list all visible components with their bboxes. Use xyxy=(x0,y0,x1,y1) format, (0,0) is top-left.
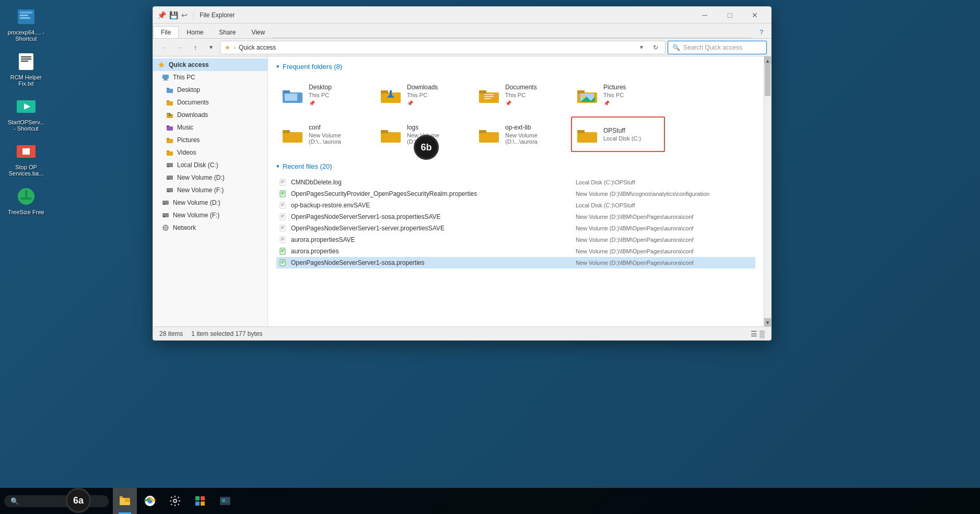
sidebar-item-this-pc[interactable]: This PC xyxy=(153,71,267,84)
folder-pin-pictures: 📌 xyxy=(603,100,626,106)
sidebar-item-pictures[interactable]: Pictures xyxy=(153,134,267,146)
recent-files-header[interactable]: Recent files (20) xyxy=(276,162,755,170)
taskbar-search[interactable]: 🔍 xyxy=(4,495,109,507)
folder-info-pictures: Pictures This PC 📌 xyxy=(603,84,626,106)
search-bar[interactable]: 🔍 Search Quick access xyxy=(668,41,767,54)
scrollbar[interactable]: ▲ ▼ xyxy=(764,56,771,326)
file-icon-log xyxy=(278,178,287,186)
desktop-icon-treesize[interactable]: TreeSize Free xyxy=(5,184,47,217)
folder-item-conf[interactable]: conf New Volume (D:\...\aurora xyxy=(276,116,370,152)
desktop-icon-stopop[interactable]: Stop OPServices.ba... xyxy=(5,139,47,179)
sidebar-item-documents[interactable]: Documents xyxy=(153,96,267,109)
sidebar-item-downloads[interactable]: Downloads xyxy=(153,109,267,121)
frequent-folders-header[interactable]: Frequent folders (8) xyxy=(276,63,755,71)
help-button[interactable]: ? xyxy=(752,26,771,38)
taskbar-chrome-button[interactable] xyxy=(138,488,162,514)
star-icon xyxy=(157,61,166,69)
svg-rect-31 xyxy=(167,151,173,156)
refresh-button[interactable]: ↻ xyxy=(650,42,661,53)
scroll-track[interactable] xyxy=(764,65,771,318)
tab-file[interactable]: File xyxy=(153,26,179,38)
svg-rect-11 xyxy=(22,148,30,155)
address-star-icon: ★ xyxy=(225,44,230,51)
taskbar-file-explorer-button[interactable] xyxy=(113,488,137,514)
content-area[interactable]: Frequent folders (8) Des xyxy=(268,56,764,326)
file-location-6: New Volume (D:)\IBM\OpenPages\aurora\con… xyxy=(576,237,753,243)
file-row-3[interactable]: op-backup-restore.envSAVE Local Disk (C:… xyxy=(276,200,755,211)
tab-share[interactable]: Share xyxy=(211,26,243,38)
svg-rect-7 xyxy=(21,61,28,62)
folder-item-documents[interactable]: Documents This PC 📌 xyxy=(473,77,567,112)
file-row-5[interactable]: OpenPagesNodeServerServer1-server.proper… xyxy=(276,223,755,234)
folder-item-desktop[interactable]: Desktop This PC 📌 xyxy=(276,77,370,112)
desktop-icon-startop[interactable]: StartOPServ...- Shortcut xyxy=(5,94,47,134)
folder-item-pictures[interactable]: Pictures This PC 📌 xyxy=(571,77,665,112)
taskbar-settings-button[interactable] xyxy=(163,488,187,514)
file-icon-save-3 xyxy=(278,201,287,209)
file-name-3: op-backup-restore.envSAVE xyxy=(291,202,571,209)
file-row-8[interactable]: OpenPagesNodeServerServer1-sosa.properti… xyxy=(276,257,755,268)
address-dropdown[interactable]: ▼ xyxy=(639,44,647,50)
up-button[interactable]: ↑ xyxy=(189,41,202,54)
file-location-5: New Volume (D:)\IBM\OpenPages\aurora\con… xyxy=(576,225,753,231)
sidebar-item-new-volume-f[interactable]: New Volume (F:) xyxy=(153,184,267,196)
svg-rect-84 xyxy=(280,214,285,220)
file-row-6[interactable]: aurora.propertiesSAVE New Volume (D:)\IB… xyxy=(276,234,755,246)
back-button[interactable]: ← xyxy=(157,41,171,54)
step-badge-6a: 6a xyxy=(66,488,91,513)
sidebar-downloads-label: Downloads xyxy=(177,111,208,119)
tab-view[interactable]: View xyxy=(243,26,273,38)
folder-item-opstuff[interactable]: OPStuff Local Disk (C:) xyxy=(571,116,665,152)
qat-undo-icon[interactable]: ↩ xyxy=(181,11,188,19)
sidebar-item-new-volume-f2[interactable]: New Volume (F:) xyxy=(153,209,267,221)
qat-save-icon[interactable]: 💾 xyxy=(169,11,178,19)
file-list: CMNDbDelete.log Local Disk (C:)\OPStuff … xyxy=(276,177,755,268)
sidebar-item-network[interactable]: Network xyxy=(153,221,267,234)
tab-home[interactable]: Home xyxy=(179,26,211,38)
desktop-icon-area: procexp64.... - Shortcut RCM HelperFix.t… xyxy=(5,0,47,217)
svg-rect-22 xyxy=(167,100,169,102)
file-row-4[interactable]: OpenPagesNodeServerServer1-sosa.properti… xyxy=(276,211,755,223)
scroll-down-button[interactable]: ▼ xyxy=(764,318,771,326)
forward-button[interactable]: → xyxy=(173,41,186,54)
drive-d-icon xyxy=(166,173,174,182)
folder-path-downloads: This PC xyxy=(407,92,438,98)
sidebar-videos-label: Videos xyxy=(177,149,196,156)
sidebar-item-new-volume-d[interactable]: New Volume (D:) xyxy=(153,171,267,184)
qat-pin-icon[interactable]: 📌 xyxy=(157,11,166,19)
file-icon-save-4 xyxy=(278,213,287,221)
sidebar-item-new-volume-d2[interactable]: New Volume (D:) xyxy=(153,196,267,209)
desktop-icon-procexp[interactable]: procexp64.... - Shortcut xyxy=(5,4,47,44)
svg-rect-21 xyxy=(167,101,173,106)
rcm-icon xyxy=(16,51,37,72)
file-row-2[interactable]: OpenPagesSecurityProvider_OpenPagesSecur… xyxy=(276,188,755,200)
main-area: Quick access This PC xyxy=(153,56,771,326)
close-button[interactable]: ✕ xyxy=(743,7,767,24)
recent-locations-button[interactable]: ▼ xyxy=(204,41,218,54)
svg-rect-56 xyxy=(484,94,494,95)
stopop-label: Stop OPServices.ba... xyxy=(9,164,44,177)
sidebar-item-music[interactable]: Music xyxy=(153,121,267,134)
maximize-button[interactable]: □ xyxy=(718,7,742,24)
address-bar[interactable]: ★ › Quick access ▼ ↻ xyxy=(220,41,666,54)
file-row-1[interactable]: CMNDbDelete.log Local Disk (C:)\OPStuff xyxy=(276,177,755,188)
view-details-button[interactable]: ☰ xyxy=(751,330,757,338)
sidebar-item-quick-access[interactable]: Quick access xyxy=(153,59,267,71)
folder-item-downloads[interactable]: Downloads This PC 📌 xyxy=(375,77,469,112)
scroll-thumb[interactable] xyxy=(765,65,771,96)
taskbar-app-button[interactable] xyxy=(213,488,237,514)
svg-rect-57 xyxy=(484,96,494,97)
desktop-icon-rcm[interactable]: RCM HelperFix.txt xyxy=(5,49,47,89)
folder-item-op-ext-lib[interactable]: op-ext-lib New Volume (D:\...\aurora xyxy=(473,116,567,152)
sidebar-item-desktop[interactable]: Desktop xyxy=(153,84,267,96)
view-large-button[interactable]: ▒ xyxy=(760,330,765,338)
minimize-button[interactable]: ─ xyxy=(693,7,717,24)
file-row-7[interactable]: aurora.properties New Volume (D:)\IBM\Op… xyxy=(276,246,755,257)
folder-name-conf: conf xyxy=(309,124,365,131)
sidebar-item-videos[interactable]: Videos xyxy=(153,146,267,159)
taskbar-registry-button[interactable] xyxy=(188,488,212,514)
scroll-up-button[interactable]: ▲ xyxy=(764,56,771,65)
sidebar-item-local-disk-c[interactable]: Local Disk (C:) xyxy=(153,159,267,171)
svg-rect-105 xyxy=(120,496,123,498)
sidebar-quick-access-label: Quick access xyxy=(169,61,209,68)
